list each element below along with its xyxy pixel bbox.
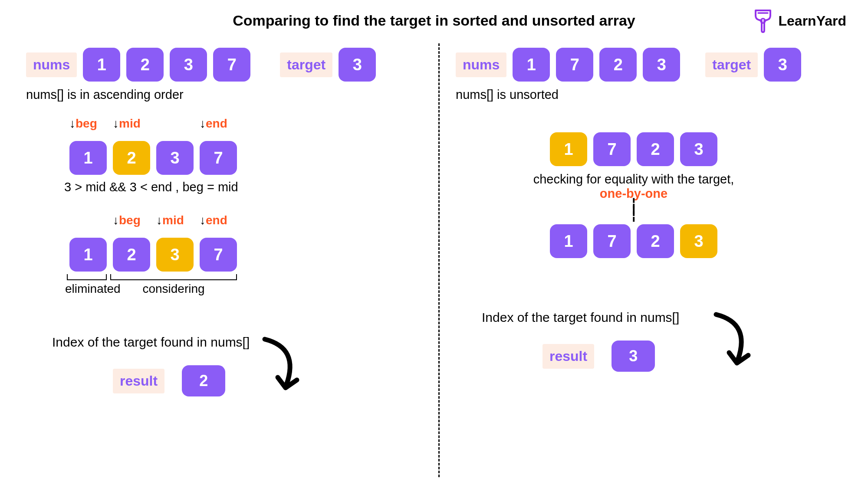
vertical-dots-icon: ┆┆ [525, 203, 742, 217]
brand-name: LearnYard [778, 13, 846, 29]
pointer-mid: mid [119, 117, 141, 130]
array-cell: 1 [83, 48, 120, 82]
nums-label: nums [456, 52, 506, 77]
brand-logo: LearnYard [752, 9, 846, 33]
result-label: result [113, 369, 164, 393]
unsorted-panel: nums 1 7 2 3 target 3 nums[] is unsorted… [456, 48, 846, 372]
array-cell: 1 [69, 141, 107, 175]
unsorted-input-row: nums 1 7 2 3 target 3 [456, 48, 846, 82]
curved-arrow-icon [707, 310, 760, 371]
array-cell: 7 [593, 224, 631, 258]
binary-step-1: ↓beg ↓mid ↓end 1 2 3 7 3 > mid && 3 < en… [69, 141, 417, 194]
target-cell: 3 [339, 48, 376, 82]
array-cell: 2 [126, 48, 164, 82]
array-cell: 3 [680, 132, 717, 166]
pointer-beg: beg [76, 117, 97, 130]
array-cell: 7 [213, 48, 250, 82]
pointer-beg: beg [119, 213, 141, 227]
sorted-result: Index of the target found in nums[] resu… [26, 335, 417, 396]
array-cell: 1 [69, 238, 107, 272]
array-cell: 2 [113, 238, 150, 272]
step1-caption: 3 > mid && 3 < end , beg = mid [64, 180, 417, 194]
result-label: result [542, 344, 594, 369]
arrow-down-icon: ↓ [113, 213, 119, 227]
array-cell-highlight: 3 [156, 238, 194, 272]
learnyard-icon [752, 9, 774, 33]
pointer-end: end [206, 117, 227, 130]
arrow-down-icon: ↓ [200, 117, 206, 130]
sorted-panel: nums 1 2 3 7 target 3 nums[] is in ascen… [26, 48, 417, 396]
sorted-subtitle: nums[] is in ascending order [26, 88, 417, 102]
array-cell: 3 [156, 141, 194, 175]
array-cell: 7 [200, 238, 237, 272]
unsorted-result: Index of the target found in nums[] resu… [456, 310, 846, 372]
result-header: Index of the target found in nums[] [52, 335, 417, 350]
sorted-input-row: nums 1 2 3 7 target 3 [26, 48, 417, 82]
pointer-mid: mid [162, 213, 184, 227]
target-label: target [280, 52, 332, 77]
bracket-eliminated: eliminated [65, 274, 108, 296]
result-value: 3 [612, 341, 655, 372]
array-cell: 1 [550, 224, 587, 258]
array-cell: 2 [599, 48, 637, 82]
array-cell-highlight: 2 [113, 141, 150, 175]
target-cell: 3 [764, 48, 801, 82]
target-label: target [705, 52, 758, 77]
array-cell: 7 [200, 141, 237, 175]
arrow-down-icon: ↓ [156, 213, 162, 227]
arrow-down-icon: ↓ [200, 213, 206, 227]
array-cell: 1 [513, 48, 550, 82]
array-cell: 7 [556, 48, 593, 82]
svg-point-0 [761, 19, 765, 23]
arrow-down-icon: ↓ [69, 117, 76, 130]
array-cell-highlight: 3 [680, 224, 717, 258]
result-value: 2 [182, 365, 225, 396]
page-title: Comparing to find the target in sorted a… [0, 12, 868, 29]
array-cell: 2 [637, 224, 674, 258]
result-header: Index of the target found in nums[] [482, 310, 846, 325]
bracket-considering: considering [108, 274, 239, 296]
array-cell: 2 [637, 132, 674, 166]
array-cell: 7 [593, 132, 631, 166]
linear-search-block: 1 7 2 3 checking for equality with the t… [525, 132, 742, 258]
panel-divider [438, 43, 440, 477]
linear-caption-1: checking for equality with the target, [525, 172, 742, 187]
array-cell: 3 [643, 48, 680, 82]
bracket-label: eliminated [65, 282, 108, 296]
binary-step-2: ↓beg ↓mid ↓end 1 2 3 7 eliminated consid… [69, 238, 417, 296]
array-cell: 3 [170, 48, 207, 82]
curved-arrow-icon [256, 335, 308, 396]
pointer-end: end [206, 213, 227, 227]
unsorted-subtitle: nums[] is unsorted [456, 88, 846, 102]
array-cell-highlight: 1 [550, 132, 587, 166]
bracket-label: considering [108, 282, 239, 296]
nums-label: nums [26, 52, 77, 77]
arrow-down-icon: ↓ [113, 117, 119, 130]
